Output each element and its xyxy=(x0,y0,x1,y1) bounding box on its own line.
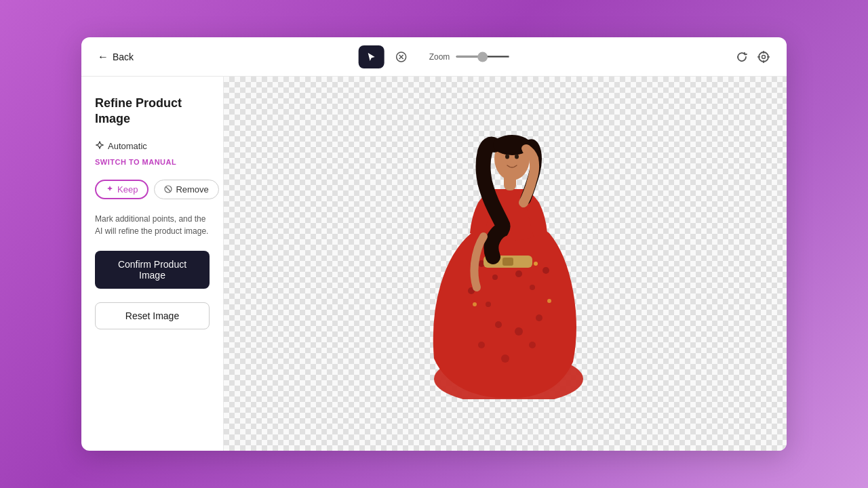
back-button[interactable]: ← Back xyxy=(98,51,134,63)
zoom-slider[interactable] xyxy=(455,56,509,58)
svg-point-33 xyxy=(515,155,519,159)
back-label: Back xyxy=(113,52,134,62)
remove-button[interactable]: Remove xyxy=(154,180,218,199)
svg-point-34 xyxy=(521,144,531,152)
keep-icon xyxy=(106,185,114,193)
switch-manual-button[interactable]: SWITCH TO MANUAL xyxy=(95,158,176,166)
svg-point-14 xyxy=(515,270,522,277)
rotate-icon xyxy=(735,50,749,64)
auto-mode-icon xyxy=(95,141,104,150)
sidebar: Refine Product Image Automatic SWITCH TO… xyxy=(81,77,224,451)
page-title: Refine Product Image xyxy=(95,96,210,127)
svg-point-26 xyxy=(547,299,551,303)
target-icon xyxy=(757,50,770,64)
svg-point-1 xyxy=(759,52,768,62)
svg-point-18 xyxy=(515,327,523,336)
svg-point-11 xyxy=(492,274,498,280)
target-button[interactable] xyxy=(757,50,770,64)
svg-point-20 xyxy=(478,342,485,348)
svg-point-15 xyxy=(530,285,535,290)
zoom-label: Zoom xyxy=(429,52,450,62)
canvas-area[interactable] xyxy=(224,77,787,451)
svg-point-19 xyxy=(536,314,542,321)
keep-button[interactable]: Keep xyxy=(95,180,149,199)
svg-point-2 xyxy=(762,55,766,58)
image-container xyxy=(383,128,627,399)
svg-rect-28 xyxy=(502,258,513,266)
svg-point-16 xyxy=(542,267,549,274)
zoom-section: Zoom xyxy=(429,52,510,62)
svg-line-8 xyxy=(166,187,170,191)
remove-icon xyxy=(164,185,172,193)
eraser-tool-icon xyxy=(395,51,408,63)
svg-point-22 xyxy=(529,342,536,348)
arrow-tool-button[interactable] xyxy=(359,45,384,68)
mode-row: Automatic SWITCH TO MANUAL xyxy=(95,141,210,166)
hint-text: Mark additional points, and the AI will … xyxy=(95,213,210,237)
arrow-tool-icon xyxy=(366,52,377,62)
product-image xyxy=(383,128,627,399)
confirm-button[interactable]: Confirm Product Image xyxy=(95,251,210,289)
toolbar-right xyxy=(735,50,770,64)
main-window: ← Back Zoom xyxy=(81,37,787,451)
keep-remove-row: Keep Remove xyxy=(95,180,210,199)
rotate-button[interactable] xyxy=(735,50,749,64)
svg-point-17 xyxy=(495,321,502,328)
mode-label: Automatic xyxy=(95,141,147,151)
svg-point-25 xyxy=(473,302,477,306)
main-content: Refine Product Image Automatic SWITCH TO… xyxy=(81,77,787,451)
eraser-tool-button[interactable] xyxy=(390,45,413,68)
toolbar: ← Back Zoom xyxy=(81,37,787,77)
svg-point-32 xyxy=(505,155,509,159)
svg-point-13 xyxy=(486,302,491,307)
back-arrow-icon: ← xyxy=(98,51,108,63)
toolbar-center-tools: Zoom xyxy=(359,45,510,68)
reset-button[interactable]: Reset Image xyxy=(95,302,210,329)
svg-point-21 xyxy=(501,354,509,363)
svg-point-24 xyxy=(534,262,538,266)
